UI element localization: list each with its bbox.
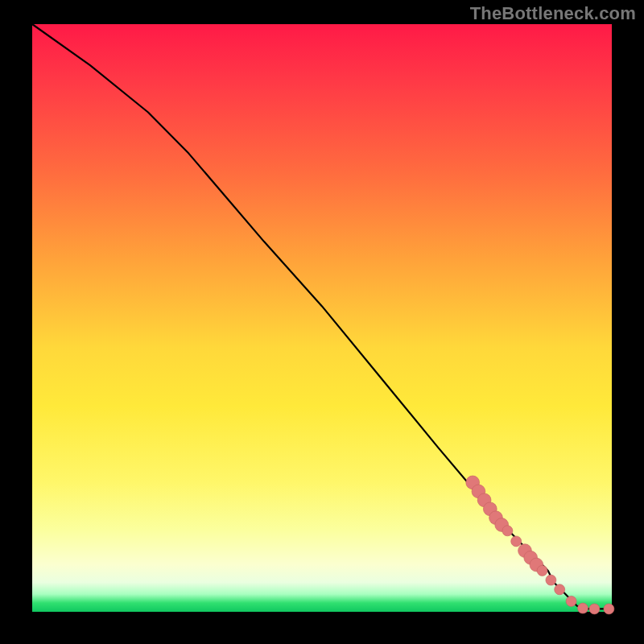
curve-marker [578,603,588,613]
curve-marker [604,604,614,614]
curve-marker [511,536,522,547]
curve-markers [466,476,614,614]
chart-svg [32,24,612,612]
curve-marker [546,575,556,585]
curve-marker [566,596,576,606]
watermark-text: TheBottleneck.com [470,3,636,24]
chart-frame: TheBottleneck.com [0,0,644,644]
bottleneck-curve-line [32,24,612,609]
plot-area [32,24,612,612]
curve-marker [502,526,513,536]
curve-marker [589,604,600,614]
curve-marker [555,584,565,595]
curve-marker [537,565,547,576]
